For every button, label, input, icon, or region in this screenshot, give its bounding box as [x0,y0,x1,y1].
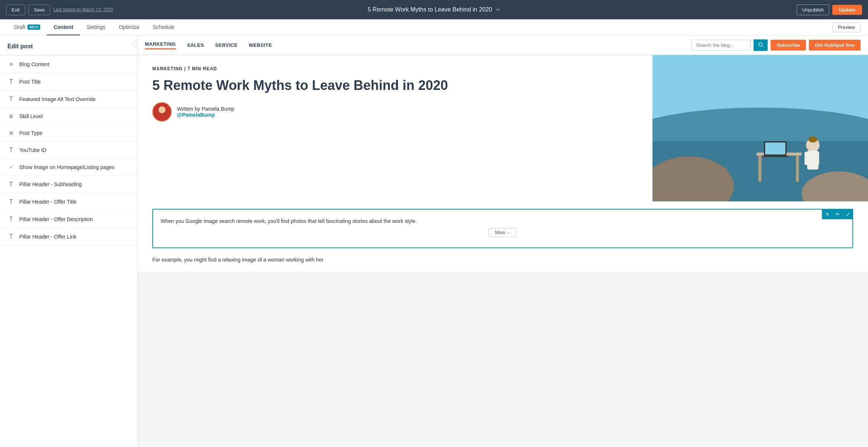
sidebar-label-blog-content: Blog Content [19,61,49,67]
sidebar-label-pillar-offer-link: Pillar Header - Offer Link [19,234,77,240]
pillar-subheading-icon: T [7,181,15,188]
more-button[interactable]: More ··· [489,228,516,237]
tab-optimize-label: Optimize [119,24,139,30]
sidebar-label-post-type: Post Type [19,130,42,136]
top-bar-center: 5 Remote Work Myths to Leave Behind in 2… [368,6,501,13]
sidebar-label-skill-level: Skill Level [19,113,43,119]
tab-schedule[interactable]: Schedule [146,20,181,35]
svg-point-22 [808,136,817,142]
sidebar-label-post-title: Post Title [19,79,41,85]
sidebar-item-pillar-offer-link[interactable]: T Pillar Header - Offer Link [0,228,137,246]
sidebar-item-pillar-offer-desc[interactable]: T Pillar Header - Offer Description [0,211,137,228]
last-saved-text: Last saved on March 13, 2020 [53,7,113,12]
svg-rect-21 [814,152,819,165]
avatar [152,102,172,122]
sidebar-item-pillar-offer-title[interactable]: T Pillar Header - Offer Title [0,193,137,211]
pillar-offer-link-icon: T [7,233,15,240]
featured-image-alt-icon: T [7,96,15,103]
search-input[interactable] [691,40,751,51]
blog-text-area: MARKETING | 7 MIN READ 5 Remote Work Myt… [137,55,652,201]
tab-content[interactable]: Content [47,20,80,35]
svg-point-5 [159,106,165,113]
blog-nav-service[interactable]: SERVICE [215,42,237,48]
svg-line-1 [762,46,763,47]
author-name: Written by Pamela Bump [177,106,234,112]
text-block-controls: ✕ ✏ ⤢ [822,209,853,219]
more-btn-row: More ··· [161,228,845,237]
sidebar-label-youtube-id: YouTube ID [19,147,46,153]
author-handle[interactable]: @PamelaBump [177,112,234,118]
beta-badge: BETA [27,25,40,30]
tab-settings[interactable]: Settings [80,20,112,35]
blog-content-icon: ≡ [7,61,15,68]
pillar-offer-desc-icon: T [7,216,15,223]
sidebar-label-show-image: Show Image on Homepage/Listing pages [19,164,114,170]
tab-draft[interactable]: Draft BETA [7,20,47,35]
svg-rect-16 [765,142,786,154]
svg-rect-20 [804,152,809,165]
text-block-edit-button[interactable]: ✏ [832,209,843,219]
tab-draft-label: Draft [14,24,25,30]
sidebar-item-show-image[interactable]: ✓ Show Image on Homepage/Listing pages [0,159,137,176]
sidebar: « Edit post ≡ Blog Content T Post Title … [0,36,137,447]
edit-title-icon[interactable]: ✏ [496,7,501,13]
search-button[interactable] [754,39,768,51]
svg-point-4 [156,113,168,122]
sidebar-item-skill-level[interactable]: ⊞ Skill Level [0,108,137,125]
content-area: MARKETING SALES SERVICE WEBSITE Subscrib… [137,36,868,447]
svg-rect-14 [796,156,799,182]
subscribe-button[interactable]: Subscribe [771,40,806,51]
text-block-move-button[interactable]: ⤢ [843,209,853,219]
blog-nav-website[interactable]: WEBSITE [249,42,272,48]
unpublish-button[interactable]: Unpublish [797,4,829,15]
tab-bar: Draft BETA Content Settings Optimize Sch… [0,19,868,36]
tab-content-label: Content [54,24,73,30]
save-button[interactable]: Save [28,4,51,15]
sidebar-item-featured-image-alt[interactable]: T Featured Image Alt Text Override [0,91,137,108]
exit-button[interactable]: Exit [6,4,25,15]
text-block-1-text: When you Google image search remote work… [161,217,845,225]
post-type-icon: ⊞ [7,130,15,136]
top-bar-right: Unpublish Update [797,4,862,15]
pillar-offer-title-icon: T [7,198,15,205]
page-title: 5 Remote Work Myths to Leave Behind in 2… [368,6,492,13]
blog-post-title: 5 Remote Work Myths to Leave Behind in 2… [152,77,638,93]
blog-nav: MARKETING SALES SERVICE WEBSITE Subscrib… [137,36,868,55]
text-block-close-button[interactable]: ✕ [822,209,832,219]
more-dots-icon: ··· [507,230,511,235]
svg-rect-17 [762,156,788,157]
more-label: More [495,230,505,235]
main-layout: « Edit post ≡ Blog Content T Post Title … [0,36,868,447]
skill-level-icon: ⊞ [7,114,15,119]
svg-rect-13 [758,156,761,182]
top-bar: Exit Save Last saved on March 13, 2020 5… [0,0,868,19]
update-button[interactable]: Update [832,5,862,15]
sidebar-item-youtube-id[interactable]: T YouTube ID [0,142,137,159]
text-block-1: ✕ ✏ ⤢ When you Google image search remot… [152,209,853,248]
text-block-2-text: For example, you might find a relaxing i… [152,256,853,264]
blog-content-area: MARKETING | 7 MIN READ 5 Remote Work Myt… [137,55,868,272]
sidebar-label-featured-image-alt: Featured Image Alt Text Override [19,96,95,102]
blog-category: MARKETING | 7 MIN READ [152,66,638,71]
sidebar-item-post-title[interactable]: T Post Title [0,73,137,91]
featured-image [652,55,868,201]
blog-author: Written by Pamela Bump @PamelaBump [152,102,638,122]
collapse-icon: « [136,42,137,46]
sidebar-label-pillar-offer-desc: Pillar Header - Offer Description [19,216,93,222]
sidebar-label-pillar-offer-title: Pillar Header - Offer Title [19,199,77,205]
preview-button[interactable]: Preview [832,22,861,32]
svg-rect-11 [652,168,726,201]
blog-nav-marketing[interactable]: MARKETING [145,41,176,49]
author-info: Written by Pamela Bump @PamelaBump [177,106,234,118]
post-title-icon: T [7,78,15,85]
sidebar-item-pillar-subheading[interactable]: T Pillar Header - Subheading [0,176,137,193]
sidebar-item-blog-content[interactable]: ≡ Blog Content [0,56,137,73]
get-hubspot-button[interactable]: Get HubSpot free [809,40,861,51]
sidebar-item-post-type[interactable]: ⊞ Post Type [0,125,137,142]
tab-settings-label: Settings [87,24,106,30]
blog-nav-sales[interactable]: SALES [187,42,204,48]
blog-search: Subscribe Get HubSpot free [691,39,861,51]
show-image-icon: ✓ [7,165,15,170]
top-bar-left: Exit Save Last saved on March 13, 2020 [6,4,113,15]
tab-optimize[interactable]: Optimize [112,20,146,35]
